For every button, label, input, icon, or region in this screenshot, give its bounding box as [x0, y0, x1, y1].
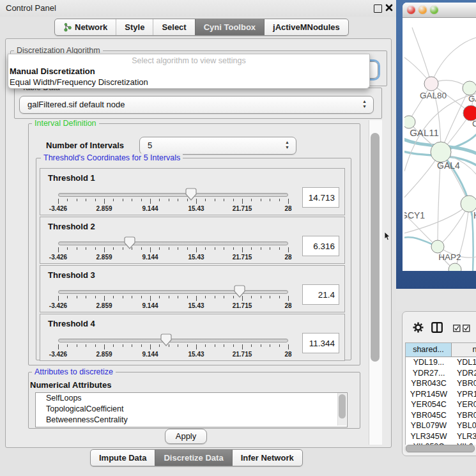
- column-header-na[interactable]: na: [452, 343, 476, 357]
- cell-name[interactable]: YBR0: [452, 378, 476, 389]
- network-node-unnamed[interactable]: [449, 263, 461, 271]
- cell-shared-name[interactable]: YPR145W: [406, 389, 452, 400]
- cell-name[interactable]: YLR3: [452, 431, 476, 442]
- numerical-attributes-list[interactable]: SelfLoopsTopologicalCoefficientBetweenne…: [35, 392, 348, 427]
- tab-infer-network[interactable]: Infer Network: [232, 450, 302, 466]
- interval-definition-legend: Interval Definition: [32, 119, 99, 128]
- table-row[interactable]: YER054CYER0: [406, 399, 476, 410]
- close-icon[interactable]: [385, 4, 393, 12]
- float-window-icon[interactable]: [374, 4, 382, 13]
- network-node-hap2[interactable]: [431, 240, 444, 253]
- threshold-value-field[interactable]: 21.4: [302, 284, 339, 305]
- table-panel: shared...na YDL19...YDL1YDR27...YDR2YBR0…: [402, 311, 476, 456]
- popup-option-manual-discretization[interactable]: Manual Discretization: [8, 66, 369, 77]
- cell-shared-name[interactable]: YBR043C: [406, 378, 452, 389]
- cell-shared-name[interactable]: YER054C: [406, 399, 452, 410]
- tab-label: Network: [75, 22, 107, 32]
- cell-shared-name[interactable]: YLR345W: [406, 431, 452, 442]
- slider-ticks: [58, 199, 288, 204]
- cell-name[interactable]: YBR0: [452, 410, 476, 421]
- checkbox-icons[interactable]: [453, 325, 472, 332]
- slider-handle[interactable]: [124, 236, 135, 249]
- network-node-label: GCY1: [404, 210, 425, 220]
- cell-name[interactable]: YER0: [452, 399, 476, 410]
- tab-cyni-toolbox[interactable]: Cyni Toolbox: [195, 19, 264, 35]
- cell-name[interactable]: YDL1: [452, 357, 476, 368]
- cell-shared-name[interactable]: YBR045C: [406, 410, 452, 421]
- attribute-item-topologicalcoefficient[interactable]: TopologicalCoefficient: [36, 404, 347, 415]
- threshold-block-1: Threshold 1-3.4262.8599.14415.4321.71528…: [40, 168, 345, 215]
- cell-shared-name[interactable]: YDR27...: [406, 368, 452, 379]
- slider-handle[interactable]: [160, 334, 172, 346]
- network-node-ga[interactable]: [463, 81, 476, 95]
- threshold-slider[interactable]: -3.4262.8599.14415.4321.71528: [58, 188, 288, 213]
- slider-track[interactable]: [58, 193, 288, 197]
- tab-discretize-data[interactable]: Discretize Data: [155, 450, 231, 466]
- slider-handle[interactable]: [185, 188, 197, 201]
- tab-label: Select: [162, 22, 186, 32]
- spinner-arrows-icon: ▲▼: [285, 140, 289, 150]
- tab-impute-data[interactable]: Impute Data: [91, 450, 155, 466]
- split-columns-icon[interactable]: [431, 322, 443, 333]
- application-window: Control Panel NetworkStyleSelectCyni Too…: [0, 0, 476, 476]
- network-window-titlebar[interactable]: [403, 3, 476, 18]
- cell-name[interactable]: YPR1: [452, 389, 476, 400]
- node-attribute-table[interactable]: shared...na YDL19...YDL1YDR27...YDR2YBR0…: [405, 342, 476, 445]
- cell-name[interactable]: YDR2: [452, 368, 476, 379]
- threshold-slider[interactable]: -3.4262.8599.14415.4321.71528: [58, 334, 288, 359]
- network-node-label: GA: [468, 94, 476, 104]
- column-header-shared[interactable]: shared...: [406, 343, 452, 357]
- table-row[interactable]: YPR145WYPR1: [406, 389, 476, 400]
- tab-label: Cyni Toolbox: [204, 22, 256, 32]
- threshold-value-field[interactable]: 11.344: [302, 333, 339, 353]
- threshold-label: Threshold 2: [48, 222, 95, 231]
- network-nodes[interactable]: [404, 77, 476, 271]
- network-node-label: H: [473, 210, 476, 220]
- number-of-intervals-spinner[interactable]: 5 ▲▼: [139, 137, 296, 155]
- tab-jactivemnodules[interactable]: jActiveMNodules: [264, 19, 348, 35]
- mouse-cursor: [384, 232, 390, 241]
- network-node-label: C: [472, 119, 476, 128]
- control-panel-titlebar: Control Panel: [0, 0, 396, 17]
- settings-gear-icon[interactable]: [413, 322, 424, 333]
- network-canvas[interactable]: GAL80GACGAL11GAL4GCY1HHAP2: [404, 18, 476, 271]
- traffic-light-zoom-icon[interactable]: [430, 6, 438, 14]
- network-node-gal80[interactable]: [424, 77, 438, 91]
- table-data-combobox-value: galFiltered.sif default node: [27, 100, 125, 109]
- traffic-light-close-icon[interactable]: [407, 6, 415, 14]
- tab-style[interactable]: Style: [116, 19, 153, 35]
- attribute-item-selfloops[interactable]: SelfLoops: [36, 393, 347, 404]
- table-panel-titlebar: Table Panel: [396, 289, 476, 311]
- table-row[interactable]: YBR045CYBR0: [406, 410, 476, 421]
- table-hscrollbar-thumb[interactable]: [406, 445, 475, 452]
- network-node-gal11[interactable]: [404, 116, 415, 128]
- threshold-slider[interactable]: -3.4262.8599.14415.4321.71528: [58, 285, 288, 311]
- popup-option-equal-width-frequency-discretization[interactable]: Equal Width/Frequency Discretization: [8, 77, 369, 88]
- cell-name[interactable]: YBL0: [452, 420, 476, 431]
- main-scrollbar-thumb[interactable]: [371, 133, 380, 362]
- tab-select[interactable]: Select: [153, 19, 194, 35]
- cell-shared-name[interactable]: YBL079W: [406, 420, 452, 431]
- table-row[interactable]: YDR27...YDR2: [406, 368, 476, 379]
- attributes-scrollbar-thumb[interactable]: [339, 394, 346, 418]
- slider-track[interactable]: [58, 290, 288, 294]
- traffic-light-minimize-icon[interactable]: [418, 6, 427, 14]
- table-row[interactable]: YBR043CYBR0: [406, 378, 476, 389]
- network-node-gal4[interactable]: [431, 142, 451, 162]
- table-row[interactable]: YDL19...YDL1: [406, 357, 476, 368]
- tab-network[interactable]: Network: [55, 19, 116, 35]
- threshold-value-field[interactable]: 6.316: [302, 236, 339, 256]
- table-data-combobox[interactable]: galFiltered.sif default node ▲▼: [19, 96, 374, 114]
- threshold-slider[interactable]: -3.4262.8599.14415.4321.71528: [58, 236, 288, 262]
- threshold-value-field[interactable]: 14.713: [302, 187, 339, 208]
- cell-shared-name[interactable]: YDL19...: [406, 357, 452, 368]
- table-row[interactable]: YLR345WYLR3: [406, 431, 476, 442]
- apply-button[interactable]: Apply: [165, 429, 207, 444]
- network-node-label: GAL80: [420, 91, 447, 100]
- slider-track[interactable]: [58, 242, 288, 245]
- slider-track[interactable]: [58, 339, 288, 342]
- network-icon: [63, 22, 72, 32]
- table-row[interactable]: YBL079WYBL0: [406, 420, 476, 431]
- attribute-item-betweennesscentrality[interactable]: BetweennessCentrality: [36, 415, 347, 426]
- slider-handle[interactable]: [234, 285, 245, 298]
